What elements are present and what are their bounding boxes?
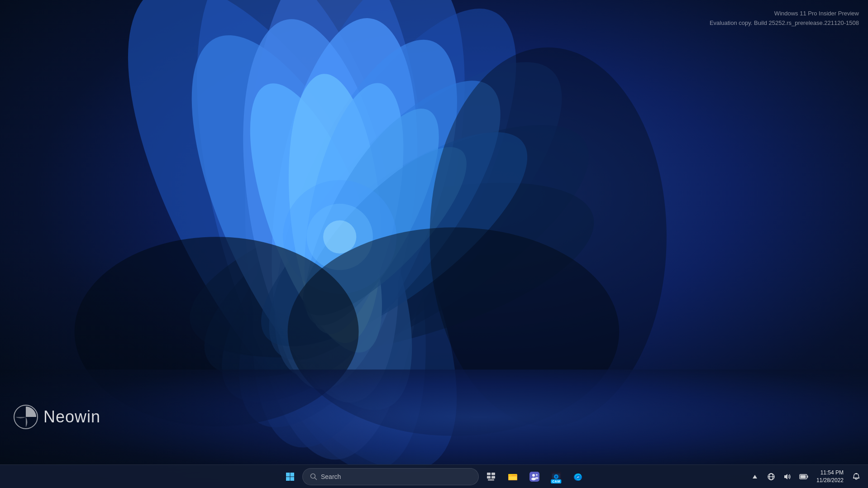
battery-icon — [799, 473, 808, 480]
windows-logo-icon — [286, 472, 295, 481]
windows-evaluation-watermark: Windows 11 Pro Insider Preview Evaluatio… — [710, 9, 859, 28]
desktop: Neowin Windows 11 Pro Insider Preview Ev… — [0, 0, 868, 488]
svg-rect-42 — [508, 474, 512, 476]
notification-icon — [853, 473, 860, 480]
wallpaper — [0, 0, 868, 488]
svg-marker-56 — [753, 475, 757, 478]
file-explorer-icon — [508, 472, 518, 482]
clock-date: 11/28/2022 — [816, 477, 844, 484]
action-center-button[interactable] — [850, 470, 863, 483]
search-label: Search — [321, 473, 341, 480]
neowin-watermark: Neowin — [14, 405, 100, 429]
network-icon — [768, 473, 775, 480]
svg-rect-35 — [487, 473, 491, 475]
svg-rect-63 — [800, 475, 806, 478]
svg-rect-30 — [291, 473, 295, 477]
clock-time: 11:54 PM — [820, 469, 844, 477]
svg-rect-38 — [491, 476, 495, 478]
chevron-up-icon — [752, 474, 758, 479]
start-button[interactable] — [281, 467, 300, 486]
clock-display[interactable]: 11:54 PM 11/28/2022 — [814, 468, 846, 485]
svg-rect-31 — [286, 477, 290, 481]
edge-browser-button[interactable] — [568, 467, 587, 486]
svg-marker-60 — [784, 474, 787, 479]
teams-button[interactable] — [525, 467, 544, 486]
svg-rect-39 — [488, 479, 494, 481]
svg-point-48 — [536, 474, 538, 476]
svg-point-47 — [531, 478, 536, 480]
neowin-brand-text: Neowin — [43, 407, 100, 426]
tray-overflow-button[interactable] — [749, 470, 761, 483]
search-icon — [310, 473, 317, 480]
svg-point-54 — [556, 476, 557, 477]
network-tray-button[interactable] — [765, 470, 777, 483]
windows-watermark-line2: Evaluation copy. Build 25252.rs_prerelea… — [710, 19, 859, 28]
svg-rect-32 — [291, 477, 295, 481]
svg-line-34 — [315, 478, 317, 479]
taskbar-center: Search — [281, 467, 587, 486]
svg-rect-44 — [509, 476, 517, 477]
taskbar: Search — [0, 464, 868, 488]
teams-icon — [529, 472, 539, 482]
file-explorer-button[interactable] — [503, 467, 522, 486]
svg-rect-27 — [0, 0, 868, 488]
svg-rect-37 — [487, 476, 491, 478]
system-tray: 11:54 PM 11/28/2022 — [749, 468, 863, 485]
task-view-icon — [486, 472, 496, 481]
neowin-logo-icon — [14, 405, 38, 429]
battery-tray-button[interactable] — [797, 470, 810, 483]
svg-point-49 — [535, 477, 539, 479]
search-bar[interactable]: Search — [302, 468, 479, 485]
svg-rect-29 — [286, 473, 290, 477]
edge-icon — [573, 472, 583, 482]
svg-point-65 — [856, 473, 857, 474]
svg-rect-62 — [807, 475, 808, 478]
cam-badge-label: CAM — [551, 479, 561, 483]
cam-button[interactable]: CAM — [547, 467, 566, 486]
volume-icon — [784, 473, 791, 480]
svg-rect-36 — [491, 473, 495, 475]
svg-point-46 — [532, 474, 535, 477]
windows-watermark-line1: Windows 11 Pro Insider Preview — [710, 9, 859, 19]
task-view-button[interactable] — [482, 467, 501, 486]
volume-tray-button[interactable] — [781, 470, 794, 483]
